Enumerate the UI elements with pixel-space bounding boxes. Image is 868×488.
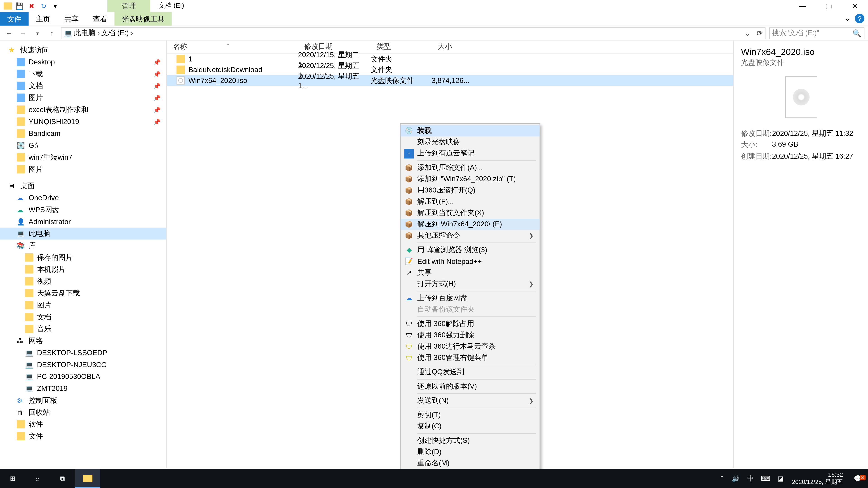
file-row[interactable]: BaiduNetdiskDownload2020/12/25, 星期五 1...…: [167, 64, 733, 75]
tray-volume-icon[interactable]: 🔊: [728, 469, 744, 488]
col-type[interactable]: 类型: [371, 42, 432, 52]
menu-add-zip[interactable]: 📦添加到 "Win7x64_2020.zip" (T): [401, 173, 539, 185]
col-size[interactable]: 大小: [432, 42, 472, 52]
menu-share[interactable]: ↗共享: [401, 267, 539, 278]
menu-open-with[interactable]: 打开方式(H): [401, 278, 539, 290]
taskbar-explorer[interactable]: [75, 469, 100, 488]
forward-button[interactable]: →: [18, 28, 29, 38]
tree-item[interactable]: 本机照片: [0, 263, 166, 275]
search-icon[interactable]: 🔍: [852, 29, 862, 37]
tree-item[interactable]: Desktop📌: [0, 56, 166, 68]
breadcrumb[interactable]: 此电脑: [74, 28, 100, 38]
tree-item[interactable]: 网络: [0, 335, 166, 347]
tree-item[interactable]: WPS网盘: [0, 204, 166, 216]
tree-item[interactable]: 下载📌: [0, 68, 166, 80]
redo-icon[interactable]: ↻: [38, 1, 49, 11]
tree-item[interactable]: OneDrive: [0, 192, 166, 204]
tree-item[interactable]: 文档: [0, 311, 166, 323]
search-button[interactable]: ⌕: [25, 469, 50, 488]
tree-item[interactable]: DESKTOP-LSSOEDP: [0, 347, 166, 359]
tree-item[interactable]: 天翼云盘下载: [0, 287, 166, 299]
taskbar-clock[interactable]: 16:32 2020/12/25, 星期五: [787, 471, 848, 486]
close-button[interactable]: ✕: [842, 0, 868, 12]
tree-item[interactable]: 视频: [0, 275, 166, 287]
file-row[interactable]: 12020/12/15, 星期二 1...文件夹: [167, 54, 733, 64]
tab-file[interactable]: 文件: [0, 12, 29, 26]
menu-other-compress[interactable]: 📦其他压缩命令: [401, 230, 539, 241]
address-dropdown-icon[interactable]: ⌄: [745, 29, 750, 37]
refresh-icon[interactable]: ⟳: [756, 29, 763, 37]
ribbon-expand-icon[interactable]: ⌄: [845, 15, 850, 23]
tab-share[interactable]: 共享: [57, 12, 86, 26]
tray-overflow-icon[interactable]: ⌃: [716, 469, 728, 488]
tray-app-icon[interactable]: ◪: [774, 469, 787, 488]
maximize-button[interactable]: ▢: [815, 0, 842, 12]
menu-delete[interactable]: 删除(D): [401, 446, 539, 457]
menu-extract-to[interactable]: 📦解压到(F)...: [401, 196, 539, 207]
menu-360-manage[interactable]: 🛡使用 360管理右键菜单: [401, 352, 539, 363]
menu-send-to[interactable]: 发送到(N): [401, 395, 539, 406]
undo-icon[interactable]: ✖: [26, 1, 37, 11]
menu-qq-send[interactable]: 通过QQ发送到: [401, 366, 539, 378]
menu-restore-version[interactable]: 还原以前的版本(V): [401, 381, 539, 392]
menu-youdao[interactable]: ↑上传到有道云笔记: [401, 148, 539, 159]
tree-item[interactable]: 软件: [0, 418, 166, 430]
tree-item[interactable]: YUNQISHI2019📌: [0, 116, 166, 128]
tree-item[interactable]: 回收站: [0, 406, 166, 418]
menu-360-delete[interactable]: 🛡使用 360强力删除: [401, 329, 539, 341]
tree-item[interactable]: Bandicam: [0, 127, 166, 139]
menu-extract-here[interactable]: 📦解压到当前文件夹(X): [401, 207, 539, 219]
tree-item[interactable]: 文档📌: [0, 80, 166, 92]
menu-rename[interactable]: 重命名(M): [401, 458, 539, 469]
menu-360-scan[interactable]: 🛡使用 360进行木马云查杀: [401, 341, 539, 352]
menu-360-unlock[interactable]: 🛡使用 360解除占用: [401, 318, 539, 329]
menu-add-archive[interactable]: 📦添加到压缩文件(A)...: [401, 162, 539, 173]
tree-item[interactable]: PC-20190530OBLA: [0, 370, 166, 383]
tree-desktop[interactable]: 桌面: [0, 180, 166, 192]
address-bar[interactable]: 💻 此电脑 文档 (E:) ⌄ ⟳: [61, 27, 765, 39]
search-input[interactable]: 搜索"文档 (E:)" 🔍: [769, 27, 864, 39]
action-center-button[interactable]: 💬3: [848, 475, 868, 482]
col-name[interactable]: 名称 ⌃: [167, 42, 298, 52]
menu-mount[interactable]: 💿装载: [401, 125, 539, 136]
tree-item[interactable]: excel表格制作求和📌: [0, 104, 166, 116]
tree-item[interactable]: 库: [0, 239, 166, 252]
tree-item[interactable]: ZMT2019: [0, 383, 166, 394]
tree-item[interactable]: G:\: [0, 139, 166, 151]
tree-item-this-pc[interactable]: 此电脑: [0, 228, 166, 239]
menu-burn[interactable]: 刻录光盘映像: [401, 136, 539, 148]
menu-open-360zip[interactable]: 📦用360压缩打开(Q): [401, 185, 539, 196]
tab-home[interactable]: 主页: [29, 12, 57, 26]
up-button[interactable]: ↑: [46, 28, 57, 38]
tree-item[interactable]: 音乐: [0, 323, 166, 335]
save-icon[interactable]: 💾: [14, 1, 25, 11]
menu-cut[interactable]: 剪切(T): [401, 410, 539, 421]
tree-item[interactable]: 文件: [0, 430, 166, 442]
tray-ime-icon[interactable]: 中: [744, 469, 757, 488]
tree-item[interactable]: 保存的图片: [0, 252, 166, 263]
help-icon[interactable]: ?: [855, 14, 864, 23]
menu-copy[interactable]: 复制(C): [401, 421, 539, 432]
qat-dropdown-icon[interactable]: ▾: [50, 1, 61, 11]
tree-quick-access[interactable]: 快速访问: [0, 44, 166, 56]
tree-item[interactable]: Administrator: [0, 216, 166, 228]
tree-item[interactable]: 图片: [0, 299, 166, 311]
minimize-button[interactable]: —: [789, 0, 815, 12]
tree-item[interactable]: 图片: [0, 163, 166, 175]
menu-shortcut[interactable]: 创建快捷方式(S): [401, 435, 539, 446]
tree-item[interactable]: 图片📌: [0, 92, 166, 104]
tree-item[interactable]: 控制面板: [0, 394, 166, 406]
start-button[interactable]: ⊞: [0, 469, 25, 488]
recent-dropdown-icon[interactable]: ▾: [32, 28, 43, 38]
menu-notepadpp[interactable]: 📝Edit with Notepad++: [401, 256, 539, 267]
tab-view[interactable]: 查看: [86, 12, 115, 26]
tab-disc-image-tools[interactable]: 光盘映像工具: [114, 12, 172, 26]
menu-upload-baidu[interactable]: ☁上传到百度网盘: [401, 293, 539, 304]
file-row[interactable]: Win7x64_2020.iso2020/12/25, 星期五 1...光盘映像…: [167, 75, 733, 86]
menu-honey-browser[interactable]: ◆用 蜂蜜浏览器 浏览(3): [401, 244, 539, 256]
tray-keyboard-icon[interactable]: ⌨: [757, 469, 774, 488]
back-button[interactable]: ←: [4, 28, 14, 38]
tree-item[interactable]: win7重装win7: [0, 151, 166, 163]
tree-item[interactable]: DESKTOP-NJEU3CG: [0, 359, 166, 371]
menu-extract-folder[interactable]: 📦解压到 Win7x64_2020\ (E): [401, 219, 539, 230]
